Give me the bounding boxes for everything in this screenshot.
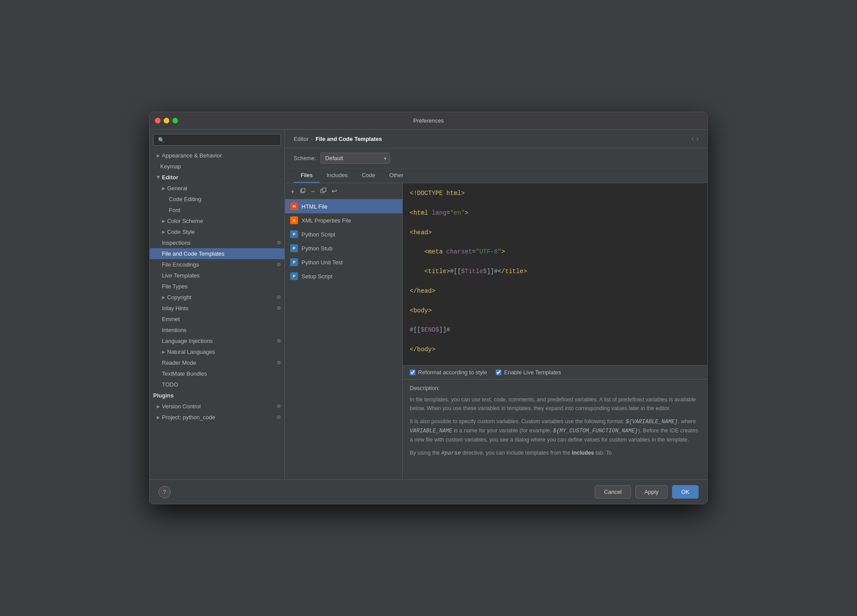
settings-icon: ⚙ xyxy=(277,305,281,311)
forward-button[interactable]: › xyxy=(696,135,699,143)
sidebar-item-code-editing[interactable]: Code Editing xyxy=(150,194,285,205)
sidebar-item-label: Keymap xyxy=(160,163,181,170)
sidebar-item-label: Copyright xyxy=(167,294,192,301)
code-line xyxy=(410,198,700,208)
sidebar-item-project[interactable]: ▶ Project: python_code ⚙ xyxy=(150,412,285,423)
template-item-xml-properties[interactable]: X XML Properties File xyxy=(285,213,402,227)
sidebar-item-file-and-code-templates[interactable]: File and Code Templates xyxy=(150,248,285,259)
search-box[interactable]: 🔍 xyxy=(153,134,281,146)
sidebar-item-file-encodings[interactable]: File Encodings ⚙ xyxy=(150,259,285,270)
back-button[interactable]: ‹ xyxy=(691,135,693,143)
reformat-checkbox[interactable] xyxy=(410,370,415,375)
template-item-python-stub[interactable]: P Python Stub xyxy=(285,241,402,255)
sidebar-item-color-scheme[interactable]: ▶ Color Scheme xyxy=(150,216,285,226)
code-line: <body> xyxy=(410,306,700,315)
reformat-checkbox-label[interactable]: Reformat according to style xyxy=(410,369,487,376)
traffic-lights xyxy=(155,118,178,123)
template-item-label: Python Unit Test xyxy=(302,259,343,266)
sidebar-item-file-types[interactable]: File Types xyxy=(150,281,285,292)
sidebar: 🔍 ▶ Appearance & Behavior Keymap ▶ Edito… xyxy=(150,130,285,479)
sidebar-item-keymap[interactable]: Keymap xyxy=(150,161,285,172)
template-item-python-script[interactable]: P Python Script xyxy=(285,227,402,241)
sidebar-item-version-control[interactable]: ▶ Version Control ⚙ xyxy=(150,401,285,412)
scheme-select-wrap: Default ▾ xyxy=(320,153,390,164)
expand-arrow-icon: ▶ xyxy=(156,176,161,179)
expand-arrow-icon: ▶ xyxy=(157,404,160,409)
py-file-icon: P xyxy=(290,272,298,280)
sidebar-item-reader-mode[interactable]: Reader Mode ⚙ xyxy=(150,357,285,368)
minimize-button[interactable] xyxy=(164,118,169,123)
add-template-button[interactable]: + xyxy=(288,186,297,196)
reset-template-button[interactable]: ↩ xyxy=(329,186,339,196)
sidebar-item-editor[interactable]: ▶ Editor xyxy=(150,172,285,183)
template-item-python-unit-test[interactable]: P Python Unit Test xyxy=(285,255,402,269)
sidebar-item-label: Inspections xyxy=(162,240,191,246)
code-line: #[[$END$]]# xyxy=(410,325,700,335)
breadcrumb: Editor › File and Code Templates xyxy=(294,136,382,142)
tab-code[interactable]: Code xyxy=(355,168,382,183)
remove-template-button[interactable]: − xyxy=(309,186,317,196)
sidebar-item-inspections[interactable]: Inspections ⚙ xyxy=(150,237,285,248)
sidebar-item-label: Live Templates xyxy=(162,272,199,279)
sidebar-item-general[interactable]: ▶ General xyxy=(150,183,285,194)
code-panel: <!DOCTYPE html> <html lang="en"> <head> … xyxy=(403,183,707,479)
code-line xyxy=(410,257,700,267)
settings-icon: ⚙ xyxy=(277,294,281,300)
settings-icon: ⚙ xyxy=(277,262,281,267)
cancel-button[interactable]: Cancel xyxy=(595,485,631,499)
sidebar-item-textmate-bundles[interactable]: TextMate Bundles xyxy=(150,368,285,379)
sidebar-item-copyright[interactable]: ▶ Copyright ⚙ xyxy=(150,292,285,303)
sidebar-item-language-injections[interactable]: Language Injections ⚙ xyxy=(150,335,285,346)
search-input[interactable] xyxy=(167,137,276,143)
copy-template-button[interactable] xyxy=(298,186,308,196)
sidebar-item-inlay-hints[interactable]: Inlay Hints ⚙ xyxy=(150,303,285,314)
bottom-options: Reformat according to style Enable Live … xyxy=(403,365,707,379)
sidebar-item-todo[interactable]: TODO xyxy=(150,379,285,390)
live-templates-checkbox[interactable] xyxy=(496,370,501,375)
sidebar-item-natural-languages[interactable]: ▶ Natural Languages xyxy=(150,346,285,357)
tab-files[interactable]: Files xyxy=(294,168,319,183)
titlebar: Preferences xyxy=(150,112,707,130)
help-button[interactable]: ? xyxy=(158,486,171,498)
py-file-icon: P xyxy=(290,230,298,238)
code-line xyxy=(410,296,700,305)
sidebar-item-label: Emmet xyxy=(162,316,180,322)
desc-paragraph-2: It is also possible to specify custom va… xyxy=(410,417,700,444)
code-line: </head> xyxy=(410,286,700,296)
live-templates-checkbox-label[interactable]: Enable Live Templates xyxy=(496,369,561,376)
ok-button[interactable]: OK xyxy=(672,485,699,499)
description-area: Description: In file templates, you can … xyxy=(403,379,707,479)
code-line xyxy=(410,277,700,286)
sidebar-item-label: Editor xyxy=(162,174,178,181)
tab-includes[interactable]: Includes xyxy=(319,168,354,183)
description-text: In file templates, you can use text, cod… xyxy=(410,395,700,458)
sidebar-item-label: Font xyxy=(169,207,180,213)
sidebar-item-appearance[interactable]: ▶ Appearance & Behavior xyxy=(150,150,285,161)
sidebar-item-font[interactable]: Font xyxy=(150,205,285,216)
settings-icon: ⚙ xyxy=(277,338,281,344)
template-item-html-file[interactable]: H HTML File xyxy=(285,199,402,213)
search-icon: 🔍 xyxy=(158,137,165,143)
sidebar-item-label: General xyxy=(167,185,187,192)
sidebar-item-emmet[interactable]: Emmet xyxy=(150,314,285,325)
expand-arrow-icon: ▶ xyxy=(162,349,165,354)
scheme-row: Scheme: Default ▾ xyxy=(285,148,707,168)
py-file-icon: P xyxy=(290,258,298,266)
apply-button[interactable]: Apply xyxy=(635,485,668,499)
sidebar-item-label: Version Control xyxy=(162,403,201,410)
tab-other[interactable]: Other xyxy=(382,168,411,183)
template-item-label: HTML File xyxy=(302,203,327,210)
template-item-setup-script[interactable]: P Setup Script xyxy=(285,269,402,283)
window-title: Preferences xyxy=(413,117,444,124)
svg-rect-3 xyxy=(322,188,326,192)
sidebar-item-plugins[interactable]: Plugins xyxy=(150,390,285,401)
sidebar-item-code-style[interactable]: ▶ Code Style xyxy=(150,226,285,237)
sidebar-item-live-templates[interactable]: Live Templates xyxy=(150,270,285,281)
code-editor[interactable]: <!DOCTYPE html> <html lang="en"> <head> … xyxy=(403,183,707,365)
sidebar-item-intentions[interactable]: Intentions xyxy=(150,325,285,335)
maximize-button[interactable] xyxy=(172,118,178,123)
scheme-select[interactable]: Default xyxy=(320,153,390,164)
duplicate-template-button[interactable] xyxy=(318,186,329,196)
close-button[interactable] xyxy=(155,118,161,123)
expand-arrow-icon: ▶ xyxy=(162,219,165,223)
